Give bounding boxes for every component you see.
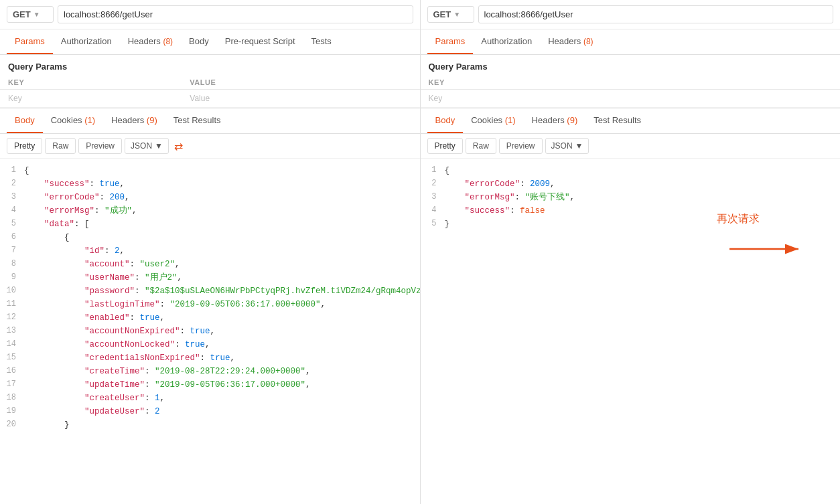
left-tab-authorization[interactable]: Authorization [53,29,120,54]
code-line: 8 "account": "user2", [0,258,420,271]
left-wrap-icon[interactable]: ⇄ [174,140,183,153]
code-line: 18 "createUser": 1, [0,392,420,405]
right-method-chevron: ▼ [453,11,460,18]
right-tab-params[interactable]: Params [427,29,474,54]
code-line: 15 "credentialsNonExpired": true, [0,351,420,365]
code-line: 19 "updateUser": 2 [0,405,420,418]
left-resp-tab-testresults[interactable]: Test Results [165,108,229,133]
right-params-table: KEY Key [421,76,841,108]
right-preview-btn[interactable]: Preview [499,138,543,154]
code-line: 7 "id": 2, [0,244,420,258]
code-line: 11 "lastLoginTime": "2019-09-05T06:36:17… [0,298,420,311]
right-format-select[interactable]: JSON ▼ [545,138,589,154]
left-key-col-header: KEY [0,76,182,90]
code-line: 1 { [0,164,420,177]
left-raw-btn[interactable]: Raw [45,138,76,154]
right-resp-tab-cookies[interactable]: Cookies (1) [463,108,523,133]
right-code-container: 再次请求 1 { 2 [421,159,841,504]
table-row: Key Value [0,90,420,108]
left-key-cell[interactable]: Key [0,90,182,108]
left-tab-params[interactable]: Params [7,29,53,54]
right-format-label: JSON [551,141,573,151]
right-resp-tab-testresults[interactable]: Test Results [585,108,649,133]
left-params-table: KEY VALUE Key Value [0,76,420,108]
right-key-col-header: KEY [421,76,841,90]
left-panel: GET ▼ Params Authorization Headers (8) B… [0,0,421,504]
code-line: 1 { [421,164,841,177]
left-response-tabs: Body Cookies (1) Headers (9) Test Result… [0,108,420,134]
code-line: 10 "password": "$2a$10$uSLAeON6HWrPbPCty… [0,284,420,298]
code-line: 2 "errorCode": 2009, [421,177,841,191]
left-query-params-label: Query Params [0,55,420,76]
right-method-select[interactable]: GET ▼ [427,6,474,23]
code-line: 12 "enabled": true, [0,311,420,325]
left-resp-tab-cookies[interactable]: Cookies (1) [43,108,103,133]
right-query-params-label: Query Params [421,55,841,76]
left-method-label: GET [13,9,31,19]
left-value-col-header: VALUE [182,76,419,90]
right-pretty-btn[interactable]: Pretty [427,138,463,154]
left-resp-headers-badge: (9) [147,115,157,125]
left-format-label: JSON [131,141,152,151]
code-line: 2 "success": true, [0,177,420,191]
code-line: 5 } [421,218,841,231]
code-line: 17 "updateTime": "2019-09-05T06:36:17.00… [0,378,420,392]
code-line: 3 "errorMsg": "账号下线", [421,191,841,204]
code-line: 20 } [0,418,420,432]
left-tab-tests[interactable]: Tests [303,29,340,54]
right-panel: GET ▼ Params Authorization Headers (8) Q… [421,0,841,504]
right-headers-badge: (8) [583,37,593,46]
right-resp-tab-headers[interactable]: Headers (9) [524,108,586,133]
right-key-cell[interactable]: Key [421,90,841,108]
right-tab-headers[interactable]: Headers (8) [540,29,601,54]
code-line: 14 "accountNonLocked": true, [0,338,420,351]
code-line: 6 { [0,231,420,244]
left-toolbar: Pretty Raw Preview JSON ▼ ⇄ [0,134,420,159]
right-resp-headers-badge: (9) [567,115,577,125]
left-code-area: 1 { 2 "success": true, 3 "errorCode": 20… [0,159,420,504]
left-format-chevron: ▼ [155,141,163,151]
code-line: 3 "errorCode": 200, [0,191,420,204]
right-params-section: Query Params KEY Key [421,55,841,108]
right-url-input[interactable] [478,5,834,23]
right-raw-btn[interactable]: Raw [466,138,496,154]
left-tab-body[interactable]: Body [181,29,217,54]
left-url-input[interactable] [58,5,413,23]
left-params-section: Query Params KEY VALUE Key Value [0,55,420,108]
right-tab-authorization[interactable]: Authorization [473,29,540,54]
code-line: 4 "success": false [421,204,841,218]
code-line: 9 "userName": "用户2", [0,271,420,284]
left-cookies-badge: (1) [84,115,95,125]
left-tab-prerequest[interactable]: Pre-request Script [217,29,303,54]
left-resp-tab-body[interactable]: Body [7,108,43,133]
right-url-bar: GET ▼ [421,0,841,29]
right-method-label: GET [433,9,451,19]
left-tab-headers[interactable]: Headers (8) [120,29,181,54]
code-line: 13 "accountNonExpired": true, [0,325,420,338]
right-response-tabs: Body Cookies (1) Headers (9) Test Result… [421,108,841,134]
left-preview-btn[interactable]: Preview [78,138,122,154]
right-toolbar: Pretty Raw Preview JSON ▼ [421,134,841,159]
left-format-select[interactable]: JSON ▼ [125,138,169,154]
left-headers-badge: (8) [163,37,173,46]
left-value-cell[interactable]: Value [182,90,419,108]
right-request-tabs: Params Authorization Headers (8) [421,29,841,55]
right-resp-tab-body[interactable]: Body [427,108,464,133]
table-row: Key [421,90,841,108]
code-line: 16 "createTime": "2019-08-28T22:29:24.00… [0,365,420,378]
code-line: 5 "data": [ [0,218,420,231]
left-request-tabs: Params Authorization Headers (8) Body Pr… [0,29,420,55]
right-cookies-badge: (1) [505,115,516,125]
left-resp-tab-headers[interactable]: Headers (9) [103,108,165,133]
code-line: 4 "errorMsg": "成功", [0,204,420,218]
right-code-area: 1 { 2 "errorCode": 2009, 3 "errorMsg": "… [421,159,841,504]
right-format-chevron: ▼ [575,141,583,151]
left-method-chevron: ▼ [33,11,40,18]
left-url-bar: GET ▼ [0,0,420,29]
left-pretty-btn[interactable]: Pretty [7,138,42,154]
left-method-select[interactable]: GET ▼ [7,6,54,23]
